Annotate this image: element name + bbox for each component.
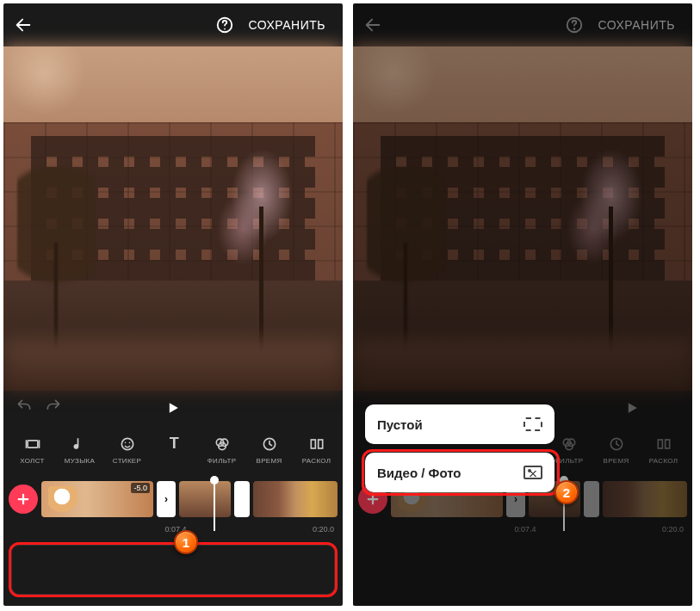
clip-duration-badge: -5.0	[131, 483, 150, 493]
phone-right: СОХРАНИТЬ ФИЛЬТР ВРЕМЯ РАСКОЛ	[353, 3, 692, 606]
help-icon[interactable]	[215, 15, 234, 34]
timeline[interactable]: -5.0 › 0:07.4 0:20.0	[3, 473, 343, 532]
redo-icon[interactable]	[45, 398, 62, 418]
undo-icon[interactable]	[15, 398, 33, 418]
annotation-highlight-1	[9, 542, 338, 597]
tool-label: ФИЛЬТР	[208, 457, 237, 465]
image-icon	[523, 466, 542, 479]
playback-controls	[3, 391, 343, 425]
sticker-icon	[118, 435, 137, 454]
text-icon: T	[165, 435, 184, 454]
svg-rect-3	[28, 440, 38, 447]
popup-option-label: Видео / Фото	[377, 466, 462, 480]
svg-rect-11	[311, 440, 315, 448]
tool-label: ВРЕМЯ	[257, 457, 282, 465]
empty-box-icon	[523, 417, 542, 431]
add-clip-button[interactable]	[9, 484, 38, 514]
svg-rect-12	[318, 440, 322, 448]
phone-left: СОХРАНИТЬ ХОЛСТ МУЗЫКА СТИКЕР	[3, 3, 343, 606]
play-icon[interactable]	[164, 399, 182, 417]
clip-2[interactable]	[179, 481, 231, 517]
canvas-icon	[23, 435, 42, 454]
header: СОХРАНИТЬ	[3, 3, 343, 46]
add-media-popup: Пустой Видео / Фото	[365, 404, 554, 492]
split-icon	[307, 435, 326, 454]
svg-point-4	[121, 438, 133, 449]
tool-filter[interactable]: ФИЛЬТР	[198, 435, 245, 465]
tool-time[interactable]: ВРЕМЯ	[245, 435, 293, 465]
annotation-callout-1: 1	[174, 530, 198, 554]
tool-label: РАСКОЛ	[302, 457, 331, 465]
annotation-callout-2: 2	[554, 480, 579, 504]
music-icon	[71, 435, 90, 454]
tool-canvas[interactable]: ХОЛСТ	[9, 435, 56, 465]
popup-option-media[interactable]: Видео / Фото	[365, 453, 554, 492]
popup-option-label: Пустой	[377, 417, 423, 432]
dim-overlay[interactable]	[353, 3, 692, 606]
popup-option-empty[interactable]: Пустой	[365, 404, 554, 444]
clip-1[interactable]: -5.0	[41, 481, 153, 517]
transition-button-2[interactable]	[234, 481, 250, 517]
svg-point-5	[124, 441, 126, 443]
tool-split[interactable]: РАСКОЛ	[293, 435, 340, 465]
back-icon[interactable]	[363, 15, 382, 34]
end-time: 0:20.0	[313, 525, 334, 534]
clip-3[interactable]	[253, 481, 338, 517]
svg-marker-2	[170, 403, 178, 413]
video-preview[interactable]	[3, 46, 343, 391]
tool-music[interactable]: МУЗЫКА	[56, 435, 103, 465]
back-icon[interactable]	[14, 15, 33, 34]
tool-sticker[interactable]: СТИКЕР	[103, 435, 151, 465]
save-button[interactable]: СОХРАНИТЬ	[241, 13, 332, 37]
tool-text[interactable]: T T	[151, 435, 198, 465]
playhead[interactable]	[214, 479, 215, 531]
tool-label: СТИКЕР	[113, 457, 141, 465]
svg-point-6	[128, 441, 130, 443]
header: СОХРАНИТЬ	[353, 3, 692, 46]
save-button[interactable]: СОХРАНИТЬ	[591, 13, 682, 37]
tool-label: МУЗЫКА	[65, 457, 95, 465]
svg-point-14	[574, 28, 576, 30]
clips-track[interactable]: -5.0 ›	[41, 481, 338, 517]
filter-icon	[213, 435, 232, 454]
clock-icon	[260, 435, 279, 454]
toolbar: ХОЛСТ МУЗЫКА СТИКЕР T T ФИЛЬТР ВРЕМЯ РАС…	[3, 425, 343, 473]
svg-point-1	[225, 28, 226, 30]
tool-label: ХОЛСТ	[20, 457, 44, 465]
transition-button[interactable]: ›	[157, 481, 176, 517]
help-icon[interactable]	[565, 15, 584, 34]
